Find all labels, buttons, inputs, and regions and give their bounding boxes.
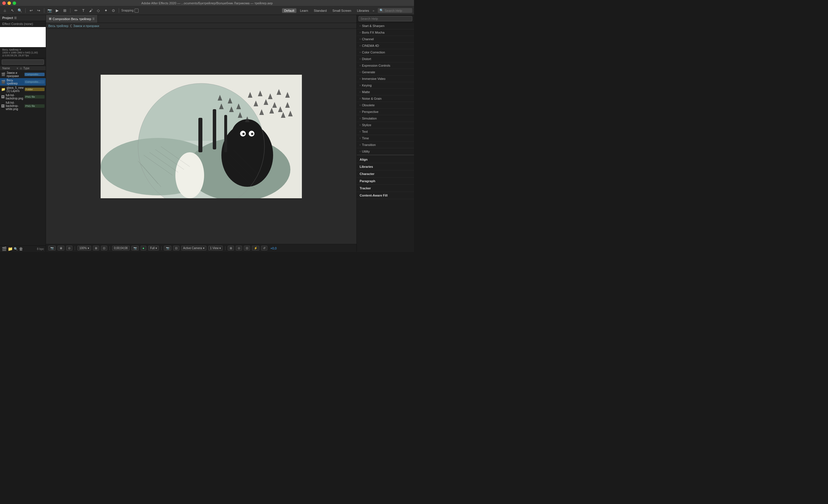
effect-keying[interactable]: › Keying — [357, 82, 414, 89]
cam-btn[interactable]: 📷 — [131, 246, 139, 250]
effect-expression[interactable]: › Expression Controls — [357, 62, 414, 69]
snapping-toggle[interactable] — [134, 9, 138, 13]
fit-btn[interactable]: ⊞ — [93, 246, 99, 250]
effect-perspective[interactable]: › Perspective — [357, 108, 414, 115]
render-btn[interactable]: ▶ — [54, 7, 60, 14]
quality-dropdown[interactable]: Full ▾ — [148, 246, 159, 250]
chevron-icon: › — [360, 143, 361, 146]
effect-stylize[interactable]: › Stylize — [357, 122, 414, 129]
minimize-button[interactable] — [7, 1, 11, 5]
file-item[interactable]: 🖼 full-hd-backdrop.png PNG file — [0, 93, 46, 101]
effect-label: Obsolete — [362, 103, 375, 107]
paint-tool[interactable]: 🖌 — [88, 7, 94, 14]
effect-time[interactable]: › Time — [357, 135, 414, 142]
section-content-aware[interactable]: Content-Aware Fill — [357, 192, 414, 199]
effect-label: Matte — [362, 90, 370, 94]
comp-tab-menu[interactable]: ☰ — [92, 17, 94, 20]
shape-tool[interactable]: ◇ — [95, 7, 101, 14]
pixel-aspect-btn[interactable]: ⊡ — [244, 246, 250, 250]
color-btn[interactable]: ● — [140, 246, 146, 250]
zoom-dropdown[interactable]: 100% ▾ — [77, 246, 91, 250]
bc-sep: ❮ — [70, 24, 72, 28]
views-dropdown[interactable]: 1 View ▾ — [208, 246, 223, 250]
effect-utility[interactable]: › Utility — [357, 148, 414, 155]
refresh-btn[interactable]: ↺ — [261, 246, 267, 250]
effects-search-input[interactable] — [359, 16, 412, 21]
view-options-btn[interactable]: ⊙ — [236, 246, 242, 250]
ws-libraries[interactable]: Libraries — [355, 8, 371, 13]
fullscreen-button[interactable] — [13, 1, 16, 5]
new-item-btn[interactable]: 🎬 — [2, 246, 7, 251]
trash-btn[interactable]: 🗑 — [19, 246, 23, 251]
section-libraries[interactable]: Libraries — [357, 163, 414, 170]
file-name: full-hd-backdrop-white.png — [6, 101, 23, 110]
zoom-value: 100% — [79, 246, 87, 250]
fast-preview-btn[interactable]: ⚡ — [252, 246, 259, 250]
safe-zones-btn[interactable]: ⊡ — [101, 246, 107, 250]
effect-obsolete[interactable]: › Obsolete — [357, 102, 414, 108]
bc-item-2[interactable]: Замок и призраки — [73, 24, 99, 28]
project-search-input[interactable] — [2, 59, 44, 65]
roto-tool[interactable]: ⊙ — [110, 7, 116, 14]
effect-boris-fx[interactable]: › Boris FX Mocha — [357, 29, 414, 36]
filter-icon[interactable]: ⊙ — [19, 67, 23, 70]
close-button[interactable] — [2, 1, 6, 5]
puppet-tool[interactable]: ✦ — [102, 7, 109, 14]
camera-dropdown[interactable]: Active Camera ▾ — [181, 246, 206, 250]
effect-label: Immersive Video — [362, 77, 385, 81]
project-menu-icon[interactable]: ☰ — [14, 16, 17, 19]
undo-btn[interactable]: ↩ — [28, 7, 34, 14]
ws-more[interactable]: » — [373, 9, 374, 12]
effect-color-correction[interactable]: › Color Correction — [357, 49, 414, 56]
cam-view-btn2[interactable]: ⊡ — [173, 246, 179, 250]
section-tracker[interactable]: Tracker — [357, 185, 414, 192]
camera-btn[interactable]: 📷 — [47, 7, 53, 14]
viewer-3d-btn[interactable]: ⊙ — [66, 246, 73, 250]
effect-cinema4d[interactable]: › CINEMA 4D — [357, 43, 414, 49]
effect-text[interactable]: › Text — [357, 129, 414, 135]
home-btn[interactable]: ⌂ — [2, 7, 8, 14]
file-item[interactable]: 🖼 full-hd-backdrop-white.png PNG file — [0, 101, 46, 111]
traffic-lights — [2, 1, 16, 5]
file-item[interactable]: 📁 glava_5_new (1) Layers Folder — [0, 86, 46, 93]
zoom-tool[interactable]: 🔍 — [17, 7, 23, 14]
effect-distort[interactable]: › Distort — [357, 56, 414, 62]
pen-tool[interactable]: ✏ — [73, 7, 79, 14]
select-tool[interactable]: ↖ — [9, 7, 15, 14]
effect-noise-grain[interactable]: › Noise & Grain — [357, 95, 414, 102]
effect-transition[interactable]: › Transition — [357, 142, 414, 148]
search-input[interactable] — [385, 9, 411, 12]
comp-tab-main[interactable]: ⊞ Composition Весь трейлер ☰ — [46, 15, 98, 23]
effect-simulation[interactable]: › Simulation — [357, 115, 414, 122]
grid-btn[interactable]: ⊞ — [61, 7, 68, 14]
section-paragraph[interactable]: Paragraph — [357, 178, 414, 185]
bc-item-1[interactable]: Весь трейлер — [48, 24, 69, 28]
preview-thumbnail — [0, 27, 46, 47]
folder-btn[interactable]: 📁 — [8, 246, 13, 251]
viewer-monitor-btn[interactable]: 🖥 — [57, 246, 65, 250]
chevron-icon: › — [360, 31, 361, 34]
cam-view-btn[interactable]: 📷 — [164, 246, 171, 250]
effect-channel[interactable]: › Channel — [357, 36, 414, 43]
ws-default[interactable]: Default — [282, 8, 297, 13]
viewer-snapshot-btn[interactable]: 📷 — [48, 246, 56, 250]
text-tool[interactable]: T — [80, 7, 87, 14]
search-btn[interactable]: 🔍 — [14, 247, 18, 251]
file-item[interactable]: 🎬 Весь трейлер Compositio... — [0, 78, 46, 86]
effect-generate[interactable]: › Generate — [357, 69, 414, 76]
chevron-icon: › — [360, 117, 361, 120]
comp-dropdown-icon[interactable]: ▾ — [19, 48, 21, 51]
file-item[interactable]: 🎬 Замок и призраки Compositio... — [0, 71, 46, 78]
ws-standard[interactable]: Standard — [312, 8, 329, 13]
redo-btn[interactable]: ↪ — [35, 7, 42, 14]
effect-matte[interactable]: › Matte — [357, 89, 414, 95]
effect-start-sharpen[interactable]: › Start & Sharpen — [357, 23, 414, 29]
grid-toggle[interactable]: ⊞ — [228, 246, 234, 250]
section-align[interactable]: Align — [357, 156, 414, 163]
sort-icon[interactable]: ▼ — [16, 67, 19, 70]
timecode-display[interactable]: 0;00;04;08 — [112, 246, 130, 250]
ws-learn[interactable]: Learn — [298, 8, 310, 13]
effect-immersive[interactable]: › Immersive Video — [357, 76, 414, 82]
section-character[interactable]: Character — [357, 170, 414, 178]
ws-small-screen[interactable]: Small Screen — [330, 8, 353, 13]
